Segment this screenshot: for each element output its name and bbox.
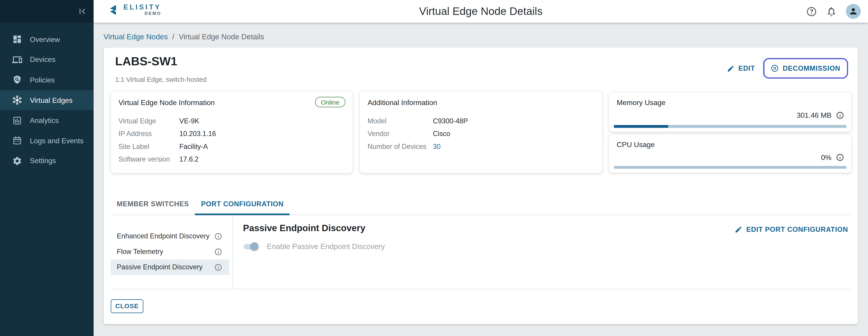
sidebar-item-logs-and-events[interactable]: Logs and Events [0,131,94,151]
memory-usage-value: 301.46 MB [797,111,831,120]
sidebar-item-label: Virtual Edges [30,96,72,104]
pane-divider [232,215,233,289]
list-item-label: Passive Endpoint Discovery [117,263,203,271]
elisity-logo[interactable]: ELISITY DEMO [108,4,161,16]
collapse-sidebar-icon[interactable] [77,6,88,17]
list-item-passive-endpoint-discovery[interactable]: Passive Endpoint Discovery [111,259,229,275]
node-info-rows: Virtual Edge VE-9K IP Address 10.203.1.1… [119,114,345,165]
close-button[interactable]: CLOSE [111,299,143,313]
additional-info-card: Additional Information Model C9300-48P V… [360,91,602,173]
node-actions: EDIT DECOMMISSION [727,58,848,79]
sidebar-header [0,0,94,23]
person-icon [848,6,858,16]
edit-button[interactable]: EDIT [727,64,755,72]
brand-name: ELISITY [123,4,161,11]
info-icon[interactable] [214,248,222,256]
help-icon[interactable] [806,6,817,17]
sidebar-item-label: Devices [30,56,55,64]
edit-button-label: EDIT [739,64,755,72]
list-item-enhanced-endpoint-discovery[interactable]: Enhanced Endpoint Discovery [111,229,229,244]
hub-icon [12,95,22,105]
info-row-model: Model C9300-48P [368,114,595,127]
decommission-button-label: DECOMMISSION [783,64,840,72]
cpu-usage-value: 0% [821,153,831,162]
sidebar-item-devices[interactable]: Devices [0,49,94,70]
cpu-usage-row: 0% [821,153,844,162]
additional-info-title: Additional Information [368,99,595,107]
list-item-flow-telemetry[interactable]: Flow Telemetry [111,244,229,260]
pause-circle-icon [771,64,779,72]
info-row-ip-address: IP Address 10.203.1.16 [119,127,345,140]
sidebar-item-policies[interactable]: Policies [0,70,94,90]
calendar-icon [12,136,22,145]
memory-usage-title: Memory Usage [617,99,844,107]
tab-bar: MEMBER SWITCHES PORT CONFIGURATION [111,194,851,215]
edit-port-configuration-button[interactable]: EDIT PORT CONFIGURATION [735,226,848,233]
sidebar-item-label: Overview [30,35,60,44]
tab-port-configuration[interactable]: PORT CONFIGURATION [195,194,290,215]
bell-icon[interactable] [826,6,837,17]
node-info-card: Virtual Edge Node Information Online Vir… [111,91,353,173]
breadcrumb-link-virtual-edge-nodes[interactable]: Virtual Edge Nodes [103,33,168,41]
sidebar-item-label: Settings [30,157,56,165]
pencil-icon [727,64,734,72]
node-details-card: LABS-SW1 1:1 Virtual Edge, switch-hosted… [103,48,858,324]
node-subtitle: 1:1 Virtual Edge, switch-hosted [115,76,207,83]
breadcrumb: Virtual Edge Nodes / Virtual Edge Node D… [103,33,264,41]
toggle-label: Enable Passive Endpoint Discovery [267,242,385,250]
avatar[interactable] [846,4,861,19]
sidebar-nav: Overview Devices Policies Virtual Edges … [0,23,94,171]
screen: Overview Devices Policies Virtual Edges … [0,0,868,336]
sidebar-item-settings[interactable]: Settings [0,151,94,171]
decommission-button[interactable]: DECOMMISSION [763,58,848,79]
sidebar-item-label: Analytics [30,116,59,125]
gear-icon [12,156,22,166]
info-icon[interactable] [214,263,222,271]
info-icon[interactable] [214,232,222,240]
additional-info-rows: Model C9300-48P Vendor Cisco Number of D… [368,114,595,153]
node-name: LABS-SW1 [115,55,177,68]
pencil-icon [735,226,742,233]
sidebar-item-label: Policies [30,76,55,84]
sidebar-item-virtual-edges[interactable]: Virtual Edges [0,90,94,110]
elisity-logo-text: ELISITY DEMO [123,4,161,16]
sidebar-item-analytics[interactable]: Analytics [0,110,94,131]
decommission-inner-button[interactable]: DECOMMISSION [771,64,840,72]
sidebar-item-overview[interactable]: Overview [0,29,94,50]
footer-divider [111,289,851,289]
breadcrumb-current: Virtual Edge Node Details [179,33,264,41]
list-item-label: Enhanced Endpoint Discovery [117,232,210,240]
memory-usage-row: 301.46 MB [797,111,844,120]
devices-icon [12,55,22,65]
brand-sub: DEMO [145,11,161,16]
elisity-logo-mark-icon [108,4,120,16]
analytics-icon [12,115,22,125]
memory-usage-card: Memory Usage 301.46 MB [609,93,851,132]
shield-search-icon [12,75,22,85]
edit-port-configuration-label: EDIT PORT CONFIGURATION [746,226,848,233]
info-icon[interactable] [836,153,844,162]
breadcrumb-separator: / [172,33,174,41]
info-row-vendor: Vendor Cisco [368,127,595,140]
appbar-actions [806,0,861,23]
info-row-number-of-devices: Number of Devices 30 [368,140,595,153]
sidebar: Overview Devices Policies Virtual Edges … [0,0,94,336]
info-icon[interactable] [836,111,844,120]
page-title: Virtual Edge Node Details [94,0,868,23]
node-info-title: Virtual Edge Node Information [119,99,345,107]
cpu-usage-title: CPU Usage [617,140,844,149]
cpu-progress-bar [614,166,846,169]
cpu-usage-card: CPU Usage 0% [609,134,851,173]
memory-progress-bar [614,125,846,128]
sidebar-item-label: Logs and Events [30,136,84,145]
pane-heading: Passive Endpoint Discovery [243,223,365,234]
status-badge: Online [315,97,345,107]
info-row-software-version: Software version 17.6.2 [119,153,345,165]
list-item-label: Flow Telemetry [117,248,163,256]
passive-discovery-toggle[interactable] [243,242,259,250]
number-of-devices-link[interactable]: 30 [433,142,441,150]
tab-member-switches[interactable]: MEMBER SWITCHES [111,194,195,215]
info-row-site-label: Site Label Facility-A [119,140,345,153]
appbar: Virtual Edge Node Details ELISITY DEMO [94,0,868,23]
memory-progress-fill [614,125,668,128]
